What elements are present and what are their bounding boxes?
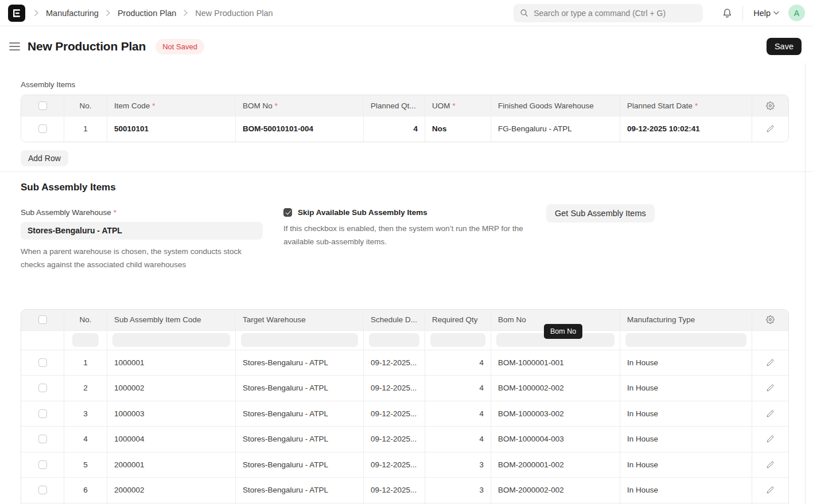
add-row-button[interactable]: Add Row bbox=[21, 150, 68, 166]
edit-pencil-icon[interactable] bbox=[767, 435, 774, 443]
cell-target-warehouse[interactable]: Stores-Bengaluru - ATPL bbox=[235, 376, 363, 401]
cell-no[interactable]: 5 bbox=[64, 452, 107, 478]
cell-target-warehouse[interactable]: Stores-Bengaluru - ATPL bbox=[235, 427, 363, 452]
cell-planned-qt[interactable]: 4 bbox=[363, 116, 425, 142]
cell-sub-assembly-item-code[interactable]: 1000004 bbox=[107, 427, 235, 452]
sub-assembly-warehouse-input[interactable]: Stores-Bengaluru - ATPL bbox=[21, 222, 263, 240]
sub-assembly-form: Sub Assembly Warehouse* Stores-Bengaluru… bbox=[21, 204, 789, 271]
breadcrumb-item-manufacturing[interactable]: Manufacturing bbox=[46, 9, 99, 18]
row-checkbox[interactable] bbox=[38, 486, 47, 494]
cell-target-warehouse[interactable]: Stores-Bengaluru - ATPL bbox=[235, 401, 363, 427]
column-header-planned-qt: Planned Qt... bbox=[363, 95, 425, 116]
row-checkbox[interactable] bbox=[38, 358, 47, 367]
cell-required-qty[interactable]: 3 bbox=[425, 452, 491, 478]
cell-no[interactable]: 2 bbox=[64, 376, 107, 401]
assembly-items-table: No.Item Code*BOM No*Planned Qt...UOM*Fin… bbox=[21, 95, 789, 142]
cell-no[interactable]: 1 bbox=[64, 350, 107, 376]
cell-target-warehouse[interactable]: Stores-Bengaluru - ATPL bbox=[235, 452, 363, 478]
cell-manufacturing-type[interactable]: In House bbox=[620, 478, 752, 503]
row-checkbox[interactable] bbox=[38, 435, 47, 443]
row-edit-cell bbox=[752, 350, 788, 376]
cell-sub-assembly-item-code[interactable]: 2000001 bbox=[107, 452, 235, 478]
cell-sub-assembly-item-code[interactable]: 1000001 bbox=[107, 350, 235, 376]
section-divider bbox=[0, 171, 813, 172]
cell-schedule-d[interactable]: 09-12-2025... bbox=[363, 427, 425, 452]
filter-input-target-warehouse[interactable] bbox=[241, 333, 358, 347]
cell-uom[interactable]: Nos bbox=[425, 116, 491, 142]
cell-target-warehouse[interactable]: Stores-Bengaluru - ATPL bbox=[235, 350, 363, 376]
cell-bom-no[interactable]: BOM-50010101-004 bbox=[235, 116, 363, 142]
edit-pencil-icon[interactable] bbox=[767, 384, 774, 392]
settings-gear-icon[interactable] bbox=[766, 315, 775, 324]
edit-pencil-icon[interactable] bbox=[767, 359, 774, 366]
cell-schedule-d[interactable]: 09-12-2025... bbox=[363, 401, 425, 427]
filter-input-no[interactable] bbox=[72, 333, 99, 347]
cell-manufacturing-type[interactable]: In House bbox=[620, 427, 752, 452]
sub-assembly-section-heading: Sub Assembly Items bbox=[21, 182, 789, 193]
cell-required-qty[interactable]: 4 bbox=[425, 350, 491, 376]
settings-gear-icon[interactable] bbox=[766, 101, 775, 110]
cell-manufacturing-type[interactable]: In House bbox=[620, 350, 752, 376]
required-asterisk: * bbox=[453, 101, 456, 110]
cell-sub-assembly-item-code[interactable]: 1000003 bbox=[107, 401, 235, 427]
cell-bom-no[interactable]: BOM-1000002-002 bbox=[491, 376, 620, 401]
cell-planned-start-date[interactable]: 09-12-2025 10:02:41 bbox=[620, 116, 752, 142]
cell-finished-goods-warehouse[interactable]: FG-Bengaluru - ATPL bbox=[491, 116, 620, 142]
select-all-checkbox[interactable] bbox=[38, 101, 47, 110]
filter-input-required-qty[interactable] bbox=[430, 333, 485, 347]
cell-no[interactable]: 4 bbox=[64, 427, 107, 452]
save-button[interactable]: Save bbox=[767, 38, 802, 55]
avatar[interactable]: A bbox=[788, 5, 805, 21]
cell-bom-no[interactable]: BOM-1000004-003 bbox=[491, 427, 620, 452]
cell-schedule-d[interactable]: 09-12-2025... bbox=[363, 350, 425, 376]
breadcrumb-item-production-plan[interactable]: Production Plan bbox=[118, 9, 176, 18]
row-checkbox[interactable] bbox=[38, 460, 47, 469]
filter-input-sub-assembly-item-code[interactable] bbox=[112, 333, 230, 347]
cell-required-qty[interactable]: 4 bbox=[425, 376, 491, 401]
row-checkbox[interactable] bbox=[38, 409, 47, 418]
cell-no[interactable]: 1 bbox=[64, 116, 107, 142]
search-icon bbox=[520, 9, 528, 17]
cell-manufacturing-type[interactable]: In House bbox=[620, 376, 752, 401]
cell-schedule-d[interactable]: 09-12-2025... bbox=[363, 478, 425, 503]
cell-schedule-d[interactable]: 09-12-2025... bbox=[363, 376, 425, 401]
search-input[interactable]: Search or type a command (Ctrl + G) bbox=[514, 4, 703, 22]
skip-available-checkbox[interactable] bbox=[283, 208, 292, 217]
cell-manufacturing-type[interactable]: In House bbox=[620, 401, 752, 427]
edit-pencil-icon[interactable] bbox=[767, 486, 774, 494]
row-select-cell bbox=[21, 116, 64, 142]
edit-pencil-icon[interactable] bbox=[767, 410, 774, 417]
app-logo-icon[interactable] bbox=[8, 5, 25, 22]
select-all-checkbox[interactable] bbox=[38, 315, 47, 324]
notifications-bell-icon[interactable] bbox=[722, 8, 732, 18]
filter-input-schedule-d[interactable] bbox=[369, 333, 419, 347]
cell-required-qty[interactable]: 4 bbox=[425, 427, 491, 452]
cell-manufacturing-type[interactable]: In House bbox=[620, 452, 752, 478]
row-select-cell bbox=[21, 350, 64, 376]
row-checkbox[interactable] bbox=[38, 384, 47, 392]
cell-bom-no[interactable]: BOM-1000003-002 bbox=[491, 401, 620, 427]
cell-sub-assembly-item-code[interactable]: 1000002 bbox=[107, 376, 235, 401]
cell-bom-no[interactable]: BOM-2000001-002 bbox=[491, 452, 620, 478]
table-row: 62000002Stores-Bengaluru - ATPL09-12-202… bbox=[21, 477, 788, 503]
column-header-manufacturing-type: Manufacturing Type bbox=[620, 310, 752, 330]
cell-required-qty[interactable]: 4 bbox=[425, 401, 491, 427]
cell-bom-no[interactable]: BOM-2000002-002 bbox=[491, 478, 620, 503]
filter-input-manufacturing-type[interactable] bbox=[625, 333, 746, 347]
help-dropdown[interactable]: Help bbox=[753, 9, 779, 18]
skip-available-checkbox-row[interactable]: Skip Available Sub Assembly Items bbox=[283, 204, 526, 217]
cell-no[interactable]: 6 bbox=[64, 478, 107, 503]
cell-required-qty[interactable]: 3 bbox=[425, 478, 491, 503]
get-sub-assembly-items-button[interactable]: Get Sub Assembly Items bbox=[546, 204, 655, 222]
cell-sub-assembly-item-code[interactable]: 2000002 bbox=[107, 478, 235, 503]
cell-bom-no[interactable]: BOM-1000001-001 bbox=[491, 350, 620, 376]
cell-item-code[interactable]: 50010101 bbox=[107, 116, 235, 142]
edit-pencil-icon[interactable] bbox=[767, 461, 774, 468]
row-checkbox[interactable] bbox=[38, 124, 47, 133]
cell-target-warehouse[interactable]: Stores-Bengaluru - ATPL bbox=[235, 478, 363, 503]
breadcrumb-item-new-production-plan: New Production Plan bbox=[195, 9, 273, 18]
cell-schedule-d[interactable]: 09-12-2025... bbox=[363, 452, 425, 478]
edit-pencil-icon[interactable] bbox=[767, 125, 774, 132]
cell-no[interactable]: 3 bbox=[64, 401, 107, 427]
menu-icon[interactable] bbox=[9, 42, 20, 50]
